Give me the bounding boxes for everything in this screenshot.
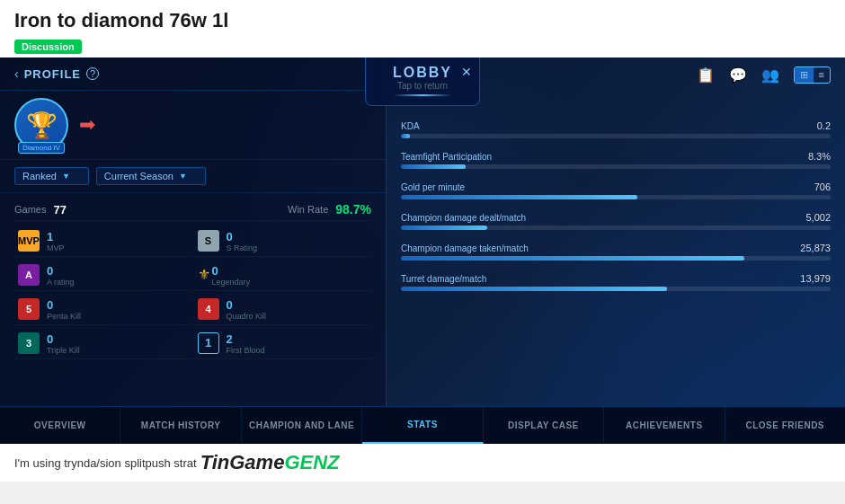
rating-info: 2 First Blood	[227, 331, 265, 355]
rating-sublabel: MVP	[47, 244, 65, 252]
brand-genz: GENZ	[284, 451, 339, 473]
rating-info: 0 Penta Kill	[47, 296, 81, 321]
stat-bar-track	[401, 225, 831, 230]
nav-item-champion-and-lane[interactable]: CHAMPION AND LANE	[242, 407, 362, 444]
rating-count: 0	[47, 298, 53, 312]
stat-bar-name: Turret damage/match	[401, 274, 486, 284]
grid-view-toggle[interactable]: ⊞	[795, 67, 814, 83]
lobby-close-button[interactable]: ✕	[461, 65, 472, 79]
rating-sublabel: A rating	[47, 279, 75, 287]
rating-item: 5 0 Penta Kill	[14, 293, 192, 325]
filter-row: Ranked ▼ Current Season ▼	[0, 160, 386, 193]
stat-bar-fill	[401, 225, 487, 230]
stat-bar-header: KDA 0.2	[401, 120, 831, 131]
discussion-badge: Discussion	[14, 40, 82, 54]
stat-bar-row: KDA 0.2	[401, 120, 831, 138]
rating-sublabel: Triple Kill	[47, 347, 80, 355]
profile-header: ‹ PROFILE ?	[0, 57, 386, 91]
winrate-label: Win Rate	[288, 204, 328, 215]
nav-item-overview[interactable]: OVERVIEW	[0, 407, 120, 444]
stat-bar-header: Champion damage dealt/match 5,002	[401, 212, 831, 223]
ranked-dropdown-arrow: ▼	[62, 172, 70, 181]
game-ui: LOBBY Tap to return ✕ ‹ PROFILE ? 🏆 Diam…	[0, 57, 845, 444]
stat-bar-row: Champion damage dealt/match 5,002	[401, 212, 831, 230]
chat-icon[interactable]: 💬	[729, 66, 747, 84]
rating-info: 0 Triple Kill	[47, 331, 80, 355]
nav-item-stats[interactable]: STATS	[362, 407, 483, 444]
rating-count: 0	[227, 230, 233, 243]
rating-info: 0 S Rating	[227, 228, 258, 252]
stat-bar-value: 706	[814, 181, 831, 192]
friends-icon[interactable]: 👥	[761, 66, 779, 84]
bottom-nav: OVERVIEWMATCH HISTORYCHAMPION AND LANEST…	[0, 406, 845, 444]
rating-item: 4 0 Quadro Kill	[194, 293, 372, 325]
games-winrate-row: Games 77 Win Rate 98.7%	[14, 199, 371, 221]
rating-grid: MVP 1 MVP S 0 S Rating A 0 A rating ⚜ 0 …	[14, 225, 371, 359]
stat-bar-name: Teamfight Participation	[401, 152, 492, 162]
stat-bar-fill	[401, 195, 637, 199]
rating-count: 0	[227, 298, 233, 312]
rating-info: 0 Legendary	[212, 262, 251, 287]
stat-bar-fill	[401, 134, 410, 138]
rating-badge: S	[198, 230, 219, 252]
stat-bar-name: Champion damage dealt/match	[401, 213, 526, 223]
nav-item-close-friends[interactable]: CLOSE FRIENDS	[725, 407, 845, 444]
stat-bar-header: Turret damage/match 13,979	[401, 273, 831, 284]
rank-badge: Diamond IV	[18, 142, 65, 154]
rating-item: S 0 S Rating	[194, 225, 372, 257]
rating-sublabel: Legendary	[212, 279, 251, 287]
stat-bar-header: Gold per minute 706	[401, 181, 831, 192]
rating-badge: 1	[198, 332, 219, 354]
help-icon[interactable]: ?	[86, 67, 99, 80]
stat-bar-fill	[401, 287, 667, 291]
ranked-dropdown[interactable]: Ranked ▼	[14, 167, 89, 185]
stat-bar-row: Turret damage/match 13,979	[401, 273, 831, 291]
rating-info: 0 Quadro Kill	[227, 296, 267, 321]
stat-bar-fill	[401, 256, 744, 261]
stat-bar-header: Teamfight Participation 8.3%	[401, 151, 831, 162]
lobby-underline	[393, 94, 452, 96]
season-dropdown[interactable]: Current Season ▼	[96, 167, 206, 185]
stat-bars-container: KDA 0.2 Teamfight Participation 8.3% Gol…	[401, 120, 831, 291]
rating-item: ⚜ 0 Legendary	[194, 259, 372, 291]
games-value: 77	[53, 203, 66, 217]
top-right-icons: 📋 💬 👥 ⊞ ≡	[697, 66, 831, 84]
avatar-emblem: 🏆	[26, 111, 58, 140]
winrate-value: 98.7%	[335, 202, 371, 217]
avatar-section: 🏆 Diamond IV ➡	[0, 91, 386, 160]
list-view-toggle[interactable]: ≡	[814, 67, 830, 83]
right-panel: 📋 💬 👥 ⊞ ≡ KDA 0.2 Teamfight Participatio…	[387, 57, 845, 444]
rating-sublabel: Quadro Kill	[227, 313, 267, 321]
rating-count: 0	[47, 332, 53, 346]
back-arrow-icon[interactable]: ‹	[14, 66, 19, 81]
rating-badge: A	[18, 264, 40, 286]
rating-item: 3 0 Triple Kill	[14, 327, 192, 359]
rating-count: 0	[47, 264, 53, 278]
rating-count: 2	[227, 332, 233, 346]
rating-count: 0	[212, 264, 218, 278]
brand-logo: TinGameGENZ	[200, 451, 340, 474]
rating-info: 0 A rating	[47, 262, 75, 287]
lobby-title: LOBBY	[393, 65, 452, 81]
nav-item-match-history[interactable]: MATCH HISTORY	[120, 407, 241, 444]
stat-bar-row: Teamfight Participation 8.3%	[401, 151, 831, 169]
checklist-icon[interactable]: 📋	[697, 66, 715, 84]
rating-sublabel: First Blood	[227, 347, 265, 355]
stat-bar-value: 5,002	[805, 212, 831, 223]
stat-bar-track	[401, 134, 831, 138]
stat-bar-value: 25,873	[800, 243, 831, 253]
nav-item-display-case[interactable]: DISPLAY CASE	[484, 407, 604, 444]
stat-bar-track	[401, 195, 831, 199]
rating-item: MVP 1 MVP	[14, 225, 192, 257]
nav-item-achievements[interactable]: ACHIEVEMENTS	[604, 407, 725, 444]
rating-badge: 3	[18, 332, 40, 354]
stat-bar-value: 8.3%	[808, 151, 831, 162]
avatar-container: 🏆 Diamond IV	[14, 98, 68, 152]
rating-info: 1 MVP	[47, 228, 65, 252]
view-toggle: ⊞ ≡	[794, 66, 831, 84]
rating-badge: 4	[198, 298, 219, 320]
rating-badge: 5	[18, 298, 40, 320]
stat-bar-row: Gold per minute 706	[401, 181, 831, 199]
page-header: Iron to diamond 76w 1l Discussion	[0, 0, 845, 57]
stat-bar-track	[401, 164, 831, 169]
